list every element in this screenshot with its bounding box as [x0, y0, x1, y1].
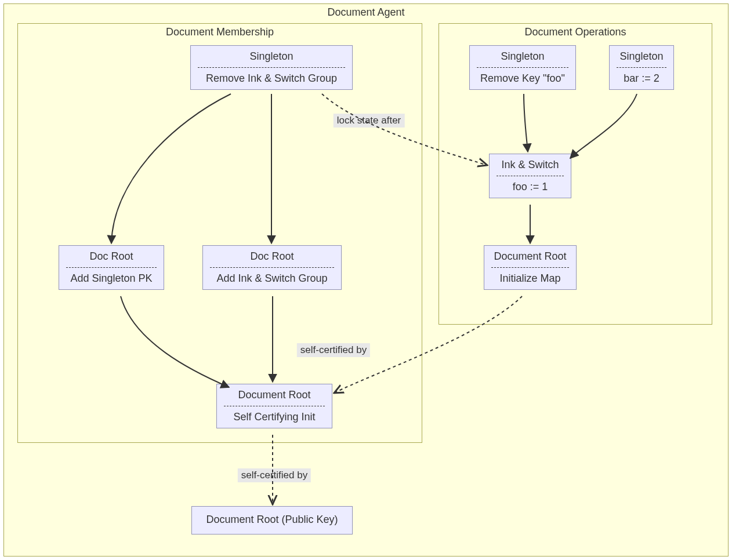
node-sub: Add Singleton PK: [65, 271, 158, 285]
node-divider: [477, 67, 568, 68]
node-title: Singleton: [476, 50, 570, 64]
container-title-document-operations: Document Operations: [439, 24, 712, 41]
node-ops-singleton-bar2: Singleton bar := 2: [609, 45, 674, 90]
node-divider: [497, 176, 564, 176]
node-title: Document Root: [490, 250, 570, 264]
node-title: Singleton: [615, 50, 668, 64]
node-document-root-public-key: Document Root (Public Key): [191, 506, 353, 534]
node-sub: Add Ink & Switch Group: [209, 271, 335, 285]
node-sub: Initialize Map: [490, 271, 570, 285]
node-docroot-add-inkswitch-group: Doc Root Add Ink & Switch Group: [202, 245, 342, 290]
node-title: Document Root (Public Key): [198, 514, 346, 527]
node-divider: [198, 67, 345, 68]
node-ops-document-root: Document Root Initialize Map: [484, 245, 577, 290]
node-title: Document Root: [223, 389, 326, 402]
container-title-document-membership: Document Membership: [18, 24, 422, 41]
node-ops-singleton-remove-foo: Singleton Remove Key "foo": [469, 45, 576, 90]
node-title: Singleton: [197, 50, 346, 64]
node-sub: bar := 2: [615, 71, 668, 85]
node-self-certifying-init: Document Root Self Certifying Init: [216, 384, 332, 428]
node-sub: foo := 1: [495, 180, 565, 193]
node-docroot-add-singleton-pk: Doc Root Add Singleton PK: [59, 245, 164, 290]
edge-label-self-certified-by-1: self-certified by: [297, 343, 370, 357]
edge-label-lock-state-after: lock state after: [334, 114, 405, 128]
node-sub: Self Certifying Init: [223, 410, 326, 423]
diagram-canvas: Document Agent Document Membership Docum…: [0, 0, 732, 560]
node-title: Doc Root: [65, 250, 158, 264]
node-divider: [224, 406, 325, 406]
node-divider: [210, 267, 334, 268]
container-title-document-agent: Document Agent: [4, 4, 728, 21]
node-sub: Remove Ink & Switch Group: [197, 71, 346, 85]
node-divider: [66, 267, 157, 268]
node-membership-singleton: Singleton Remove Ink & Switch Group: [190, 45, 353, 90]
node-divider: [491, 267, 569, 268]
node-title: Ink & Switch: [495, 159, 565, 172]
edge-label-self-certified-by-2: self-certified by: [238, 468, 311, 482]
node-ink-and-switch: Ink & Switch foo := 1: [489, 154, 571, 198]
node-title: Doc Root: [209, 250, 335, 264]
node-divider: [617, 67, 666, 68]
node-sub: Remove Key "foo": [476, 71, 570, 85]
